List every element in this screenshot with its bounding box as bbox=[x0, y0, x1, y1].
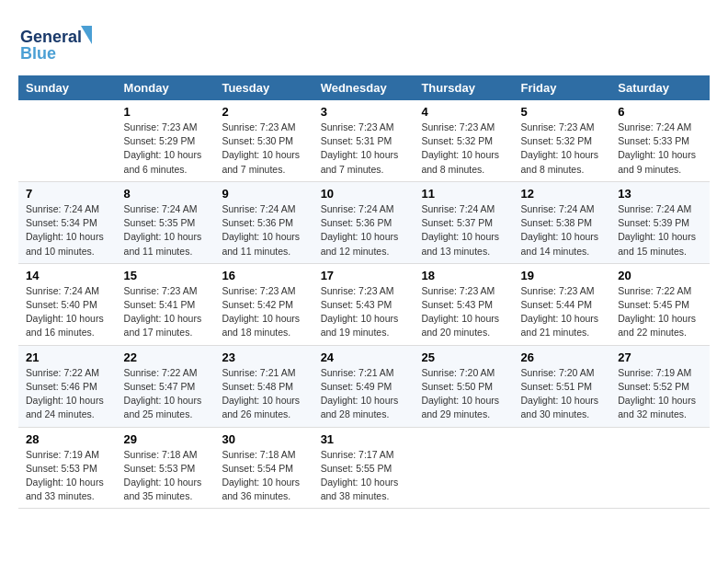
day-info: Sunrise: 7:23 AM Sunset: 5:43 PM Dayligh… bbox=[321, 284, 407, 340]
day-info: Sunrise: 7:19 AM Sunset: 5:52 PM Dayligh… bbox=[618, 366, 702, 422]
svg-text:Blue: Blue bbox=[20, 44, 56, 63]
calendar-cell: 2Sunrise: 7:23 AM Sunset: 5:30 PM Daylig… bbox=[214, 100, 313, 181]
calendar-cell: 1Sunrise: 7:23 AM Sunset: 5:29 PM Daylig… bbox=[117, 100, 215, 181]
day-number: 5 bbox=[520, 105, 603, 119]
day-info: Sunrise: 7:19 AM Sunset: 5:53 PM Dayligh… bbox=[26, 448, 109, 504]
day-info: Sunrise: 7:24 AM Sunset: 5:34 PM Dayligh… bbox=[26, 202, 109, 259]
day-info: Sunrise: 7:20 AM Sunset: 5:51 PM Dayligh… bbox=[520, 366, 603, 422]
day-number: 19 bbox=[520, 269, 603, 282]
svg-marker-2 bbox=[81, 26, 92, 44]
day-number: 7 bbox=[26, 187, 109, 201]
day-number: 12 bbox=[520, 187, 603, 201]
logo-svg: General Blue bbox=[18, 18, 101, 64]
day-info: Sunrise: 7:23 AM Sunset: 5:30 PM Dayligh… bbox=[222, 121, 305, 177]
day-number: 4 bbox=[421, 105, 506, 119]
day-info: Sunrise: 7:22 AM Sunset: 5:46 PM Dayligh… bbox=[26, 366, 109, 422]
calendar-cell: 19Sunrise: 7:23 AM Sunset: 5:44 PM Dayli… bbox=[513, 263, 610, 345]
calendar-cell: 21Sunrise: 7:22 AM Sunset: 5:46 PM Dayli… bbox=[18, 345, 117, 427]
calendar-cell: 11Sunrise: 7:24 AM Sunset: 5:37 PM Dayli… bbox=[414, 181, 513, 263]
day-number: 22 bbox=[124, 350, 208, 364]
day-number: 30 bbox=[222, 432, 305, 446]
calendar-cell: 12Sunrise: 7:24 AM Sunset: 5:38 PM Dayli… bbox=[513, 181, 610, 263]
calendar-cell bbox=[610, 427, 710, 509]
day-info: Sunrise: 7:21 AM Sunset: 5:48 PM Dayligh… bbox=[222, 366, 305, 422]
calendar-cell: 4Sunrise: 7:23 AM Sunset: 5:32 PM Daylig… bbox=[414, 100, 513, 181]
day-number: 14 bbox=[26, 269, 109, 282]
calendar-cell: 8Sunrise: 7:24 AM Sunset: 5:35 PM Daylig… bbox=[117, 181, 215, 263]
day-info: Sunrise: 7:24 AM Sunset: 5:37 PM Dayligh… bbox=[421, 202, 506, 259]
day-number: 26 bbox=[520, 350, 603, 364]
calendar-cell: 10Sunrise: 7:24 AM Sunset: 5:36 PM Dayli… bbox=[313, 181, 415, 263]
calendar-table: SundayMondayTuesdayWednesdayThursdayFrid… bbox=[18, 75, 710, 509]
day-number: 10 bbox=[321, 187, 407, 201]
column-header-friday: Friday bbox=[513, 75, 610, 100]
day-number: 6 bbox=[618, 105, 702, 119]
calendar-cell: 25Sunrise: 7:20 AM Sunset: 5:50 PM Dayli… bbox=[414, 345, 513, 427]
column-header-wednesday: Wednesday bbox=[313, 75, 415, 100]
day-info: Sunrise: 7:23 AM Sunset: 5:29 PM Dayligh… bbox=[124, 121, 208, 177]
day-info: Sunrise: 7:18 AM Sunset: 5:53 PM Dayligh… bbox=[124, 448, 208, 504]
calendar-cell: 27Sunrise: 7:19 AM Sunset: 5:52 PM Dayli… bbox=[610, 345, 710, 427]
day-number: 24 bbox=[321, 350, 407, 364]
calendar-cell: 6Sunrise: 7:24 AM Sunset: 5:33 PM Daylig… bbox=[610, 100, 710, 181]
column-header-thursday: Thursday bbox=[414, 75, 513, 100]
column-header-monday: Monday bbox=[117, 75, 215, 100]
week-row-5: 28Sunrise: 7:19 AM Sunset: 5:53 PM Dayli… bbox=[18, 427, 710, 509]
week-row-2: 7Sunrise: 7:24 AM Sunset: 5:34 PM Daylig… bbox=[18, 181, 710, 263]
calendar-cell: 31Sunrise: 7:17 AM Sunset: 5:55 PM Dayli… bbox=[313, 427, 415, 509]
day-number: 31 bbox=[321, 432, 407, 446]
page-header: General Blue bbox=[18, 18, 710, 68]
day-number: 15 bbox=[124, 269, 208, 282]
day-number: 21 bbox=[26, 350, 109, 364]
day-number: 28 bbox=[26, 432, 109, 446]
day-info: Sunrise: 7:17 AM Sunset: 5:55 PM Dayligh… bbox=[321, 448, 407, 504]
day-info: Sunrise: 7:24 AM Sunset: 5:40 PM Dayligh… bbox=[26, 284, 109, 340]
logo: General Blue bbox=[18, 18, 101, 68]
week-row-3: 14Sunrise: 7:24 AM Sunset: 5:40 PM Dayli… bbox=[18, 263, 710, 345]
calendar-cell: 20Sunrise: 7:22 AM Sunset: 5:45 PM Dayli… bbox=[610, 263, 710, 345]
day-info: Sunrise: 7:23 AM Sunset: 5:31 PM Dayligh… bbox=[321, 121, 407, 177]
day-info: Sunrise: 7:22 AM Sunset: 5:45 PM Dayligh… bbox=[618, 284, 702, 340]
week-row-1: 1Sunrise: 7:23 AM Sunset: 5:29 PM Daylig… bbox=[18, 100, 710, 181]
day-number: 16 bbox=[222, 269, 305, 282]
column-header-tuesday: Tuesday bbox=[214, 75, 313, 100]
calendar-cell: 7Sunrise: 7:24 AM Sunset: 5:34 PM Daylig… bbox=[18, 181, 117, 263]
calendar-cell: 24Sunrise: 7:21 AM Sunset: 5:49 PM Dayli… bbox=[313, 345, 415, 427]
day-info: Sunrise: 7:24 AM Sunset: 5:33 PM Dayligh… bbox=[618, 121, 702, 177]
calendar-cell: 23Sunrise: 7:21 AM Sunset: 5:48 PM Dayli… bbox=[214, 345, 313, 427]
day-info: Sunrise: 7:24 AM Sunset: 5:36 PM Dayligh… bbox=[222, 202, 305, 259]
day-number: 18 bbox=[421, 269, 506, 282]
day-info: Sunrise: 7:23 AM Sunset: 5:44 PM Dayligh… bbox=[520, 284, 603, 340]
week-row-4: 21Sunrise: 7:22 AM Sunset: 5:46 PM Dayli… bbox=[18, 345, 710, 427]
column-header-sunday: Sunday bbox=[18, 75, 117, 100]
day-number: 3 bbox=[321, 105, 407, 119]
day-number: 17 bbox=[321, 269, 407, 282]
calendar-cell: 18Sunrise: 7:23 AM Sunset: 5:43 PM Dayli… bbox=[414, 263, 513, 345]
day-number: 20 bbox=[618, 269, 702, 282]
day-info: Sunrise: 7:21 AM Sunset: 5:49 PM Dayligh… bbox=[321, 366, 407, 422]
day-info: Sunrise: 7:20 AM Sunset: 5:50 PM Dayligh… bbox=[421, 366, 506, 422]
day-info: Sunrise: 7:23 AM Sunset: 5:42 PM Dayligh… bbox=[222, 284, 305, 340]
calendar-cell: 22Sunrise: 7:22 AM Sunset: 5:47 PM Dayli… bbox=[117, 345, 215, 427]
day-number: 8 bbox=[124, 187, 208, 201]
day-info: Sunrise: 7:23 AM Sunset: 5:43 PM Dayligh… bbox=[421, 284, 506, 340]
day-info: Sunrise: 7:24 AM Sunset: 5:36 PM Dayligh… bbox=[321, 202, 407, 259]
day-info: Sunrise: 7:23 AM Sunset: 5:41 PM Dayligh… bbox=[124, 284, 208, 340]
calendar-cell: 26Sunrise: 7:20 AM Sunset: 5:51 PM Dayli… bbox=[513, 345, 610, 427]
day-number: 25 bbox=[421, 350, 506, 364]
day-info: Sunrise: 7:24 AM Sunset: 5:38 PM Dayligh… bbox=[520, 202, 603, 259]
day-number: 29 bbox=[124, 432, 208, 446]
calendar-cell bbox=[18, 100, 117, 181]
svg-text:General: General bbox=[20, 28, 82, 46]
calendar-cell: 14Sunrise: 7:24 AM Sunset: 5:40 PM Dayli… bbox=[18, 263, 117, 345]
calendar-cell: 13Sunrise: 7:24 AM Sunset: 5:39 PM Dayli… bbox=[610, 181, 710, 263]
day-info: Sunrise: 7:24 AM Sunset: 5:39 PM Dayligh… bbox=[618, 202, 702, 259]
calendar-cell: 5Sunrise: 7:23 AM Sunset: 5:32 PM Daylig… bbox=[513, 100, 610, 181]
day-info: Sunrise: 7:23 AM Sunset: 5:32 PM Dayligh… bbox=[520, 121, 603, 177]
day-number: 1 bbox=[124, 105, 208, 119]
calendar-cell: 30Sunrise: 7:18 AM Sunset: 5:54 PM Dayli… bbox=[214, 427, 313, 509]
day-number: 13 bbox=[618, 187, 702, 201]
day-info: Sunrise: 7:24 AM Sunset: 5:35 PM Dayligh… bbox=[124, 202, 208, 259]
calendar-cell: 16Sunrise: 7:23 AM Sunset: 5:42 PM Dayli… bbox=[214, 263, 313, 345]
day-number: 23 bbox=[222, 350, 305, 364]
